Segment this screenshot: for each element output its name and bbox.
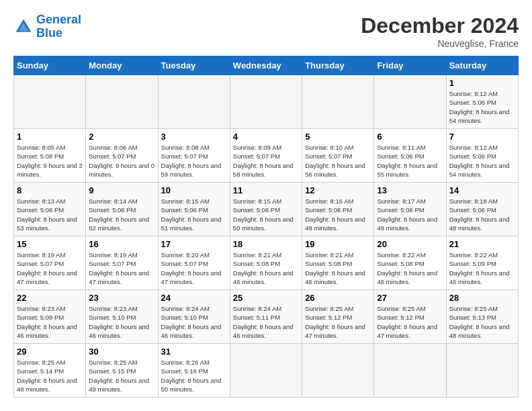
calendar-cell: 20Sunrise: 8:22 AMSunset: 5:08 PMDayligh…	[374, 236, 446, 290]
day-number: 25	[233, 293, 299, 303]
day-info: Sunrise: 8:23 AMSunset: 5:10 PMDaylight:…	[89, 304, 154, 340]
calendar-day-header: Monday	[86, 56, 158, 75]
calendar-cell	[230, 344, 302, 398]
day-info: Sunrise: 8:22 AMSunset: 5:09 PMDaylight:…	[449, 250, 515, 286]
calendar-cell: 23Sunrise: 8:23 AMSunset: 5:10 PMDayligh…	[86, 290, 158, 344]
day-info: Sunrise: 8:15 AMSunset: 5:06 PMDaylight:…	[233, 197, 299, 232]
day-number: 11	[233, 185, 299, 195]
calendar-cell: 11Sunrise: 8:15 AMSunset: 5:06 PMDayligh…	[230, 183, 302, 236]
day-number: 6	[377, 132, 443, 142]
day-info: Sunrise: 8:10 AMSunset: 5:07 PMDaylight:…	[305, 143, 371, 179]
day-number: 24	[161, 293, 227, 303]
logo: General Blue	[13, 13, 81, 40]
calendar-cell	[374, 344, 446, 398]
day-number: 10	[161, 185, 227, 195]
calendar-cell: 29Sunrise: 8:25 AMSunset: 5:14 PMDayligh…	[14, 344, 86, 398]
day-number: 7	[449, 132, 515, 142]
calendar-cell: 31Sunrise: 8:26 AMSunset: 5:16 PMDayligh…	[158, 344, 230, 398]
day-info: Sunrise: 8:14 AMSunset: 5:06 PMDaylight:…	[89, 197, 154, 232]
calendar-cell	[446, 344, 518, 398]
day-info: Sunrise: 8:20 AMSunset: 5:07 PMDaylight:…	[161, 250, 227, 286]
day-number: 3	[161, 132, 227, 142]
day-info: Sunrise: 8:08 AMSunset: 5:07 PMDaylight:…	[161, 143, 227, 179]
calendar-cell: 18Sunrise: 8:21 AMSunset: 5:08 PMDayligh…	[230, 236, 302, 290]
day-info: Sunrise: 8:25 AMSunset: 5:13 PMDaylight:…	[449, 304, 515, 340]
calendar-cell	[302, 75, 374, 129]
day-info: Sunrise: 8:16 AMSunset: 5:06 PMDaylight:…	[305, 197, 371, 232]
day-info: Sunrise: 8:12 AMSunset: 5:06 PMDaylight:…	[449, 89, 515, 125]
calendar-cell: 1Sunrise: 8:05 AMSunset: 5:08 PMDaylight…	[14, 129, 86, 183]
day-number: 1	[449, 78, 515, 88]
page-header: General Blue December 2024 Neuveglise, F…	[13, 13, 519, 49]
calendar-cell: 14Sunrise: 8:18 AMSunset: 5:06 PMDayligh…	[446, 183, 518, 236]
day-info: Sunrise: 8:09 AMSunset: 5:07 PMDaylight:…	[233, 143, 299, 179]
logo-line2: Blue	[36, 26, 62, 40]
day-info: Sunrise: 8:21 AMSunset: 5:08 PMDaylight:…	[233, 250, 299, 286]
day-number: 1	[17, 132, 83, 142]
day-number: 9	[89, 185, 154, 195]
calendar-day-header: Wednesday	[230, 56, 302, 75]
calendar-cell: 6Sunrise: 8:11 AMSunset: 5:06 PMDaylight…	[374, 129, 446, 183]
day-info: Sunrise: 8:19 AMSunset: 5:07 PMDaylight:…	[17, 250, 83, 286]
calendar-week-row: 22Sunrise: 8:23 AMSunset: 5:09 PMDayligh…	[14, 290, 519, 344]
day-number: 30	[89, 347, 154, 357]
day-number: 13	[377, 185, 443, 195]
day-number: 17	[161, 239, 227, 249]
calendar-cell: 25Sunrise: 8:24 AMSunset: 5:11 PMDayligh…	[230, 290, 302, 344]
logo-line1: General	[36, 13, 81, 26]
calendar-week-row: 15Sunrise: 8:19 AMSunset: 5:07 PMDayligh…	[14, 236, 519, 290]
calendar-cell: 3Sunrise: 8:08 AMSunset: 5:07 PMDaylight…	[158, 129, 230, 183]
calendar-cell: 2Sunrise: 8:06 AMSunset: 5:07 PMDaylight…	[86, 129, 158, 183]
calendar-cell: 19Sunrise: 8:21 AMSunset: 5:08 PMDayligh…	[302, 236, 374, 290]
day-number: 20	[377, 239, 443, 249]
calendar-day-header: Sunday	[14, 56, 86, 75]
day-info: Sunrise: 8:19 AMSunset: 5:07 PMDaylight:…	[89, 250, 154, 286]
day-info: Sunrise: 8:25 AMSunset: 5:15 PMDaylight:…	[89, 358, 154, 394]
calendar-cell	[158, 75, 230, 129]
calendar-cell: 1Sunrise: 8:12 AMSunset: 5:06 PMDaylight…	[446, 75, 518, 129]
day-info: Sunrise: 8:11 AMSunset: 5:06 PMDaylight:…	[377, 143, 443, 179]
day-info: Sunrise: 8:18 AMSunset: 5:06 PMDaylight:…	[449, 197, 515, 232]
day-info: Sunrise: 8:26 AMSunset: 5:16 PMDaylight:…	[161, 358, 227, 394]
day-info: Sunrise: 8:24 AMSunset: 5:11 PMDaylight:…	[233, 304, 299, 340]
calendar-cell: 24Sunrise: 8:24 AMSunset: 5:10 PMDayligh…	[158, 290, 230, 344]
calendar-cell: 10Sunrise: 8:15 AMSunset: 5:06 PMDayligh…	[158, 183, 230, 236]
calendar-cell: 12Sunrise: 8:16 AMSunset: 5:06 PMDayligh…	[302, 183, 374, 236]
calendar-cell	[374, 75, 446, 129]
day-info: Sunrise: 8:21 AMSunset: 5:08 PMDaylight:…	[305, 250, 371, 286]
day-info: Sunrise: 8:25 AMSunset: 5:12 PMDaylight:…	[305, 304, 371, 340]
day-info: Sunrise: 8:23 AMSunset: 5:09 PMDaylight:…	[17, 304, 83, 340]
day-number: 28	[449, 293, 515, 303]
day-number: 5	[305, 132, 371, 142]
day-info: Sunrise: 8:22 AMSunset: 5:08 PMDaylight:…	[377, 250, 443, 286]
day-info: Sunrise: 8:12 AMSunset: 5:06 PMDaylight:…	[449, 143, 515, 179]
day-number: 27	[377, 293, 443, 303]
day-number: 31	[161, 347, 227, 357]
calendar-cell	[230, 75, 302, 129]
day-number: 8	[17, 185, 83, 195]
calendar-cell: 4Sunrise: 8:09 AMSunset: 5:07 PMDaylight…	[230, 129, 302, 183]
calendar-week-row: 1Sunrise: 8:12 AMSunset: 5:06 PMDaylight…	[14, 75, 519, 129]
calendar-header-row: SundayMondayTuesdayWednesdayThursdayFrid…	[14, 56, 519, 75]
calendar-cell: 9Sunrise: 8:14 AMSunset: 5:06 PMDaylight…	[86, 183, 158, 236]
day-number: 19	[305, 239, 371, 249]
calendar-table: SundayMondayTuesdayWednesdayThursdayFrid…	[13, 56, 519, 398]
day-number: 21	[449, 239, 515, 249]
calendar-week-row: 1Sunrise: 8:05 AMSunset: 5:08 PMDaylight…	[14, 129, 519, 183]
calendar-cell: 30Sunrise: 8:25 AMSunset: 5:15 PMDayligh…	[86, 344, 158, 398]
calendar-body: 1Sunrise: 8:12 AMSunset: 5:06 PMDaylight…	[14, 75, 519, 398]
calendar-cell: 26Sunrise: 8:25 AMSunset: 5:12 PMDayligh…	[302, 290, 374, 344]
day-number: 18	[233, 239, 299, 249]
location: Neuveglise, France	[361, 38, 519, 49]
day-number: 4	[233, 132, 299, 142]
day-number: 15	[17, 239, 83, 249]
calendar-cell: 27Sunrise: 8:25 AMSunset: 5:12 PMDayligh…	[374, 290, 446, 344]
day-number: 22	[17, 293, 83, 303]
calendar-cell: 28Sunrise: 8:25 AMSunset: 5:13 PMDayligh…	[446, 290, 518, 344]
calendar-cell	[14, 75, 86, 129]
calendar-cell: 16Sunrise: 8:19 AMSunset: 5:07 PMDayligh…	[86, 236, 158, 290]
calendar-cell	[86, 75, 158, 129]
day-number: 29	[17, 347, 83, 357]
calendar-cell: 7Sunrise: 8:12 AMSunset: 5:06 PMDaylight…	[446, 129, 518, 183]
day-info: Sunrise: 8:06 AMSunset: 5:07 PMDaylight:…	[89, 143, 154, 179]
